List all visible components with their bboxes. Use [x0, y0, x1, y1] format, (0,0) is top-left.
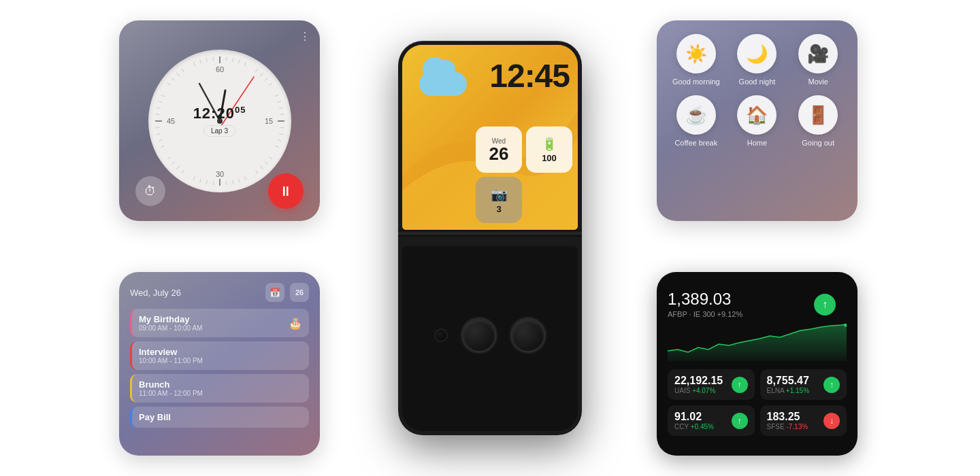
stocks-header: 1,389.03 ↑ AFBP · IE 300 +9.12% — [668, 283, 847, 318]
svg-line-16 — [280, 127, 284, 128]
phone-date-widget: Wed 26 — [476, 126, 522, 173]
event-paybill[interactable]: Pay Bill — [130, 407, 309, 428]
svg-line-43 — [161, 95, 164, 96]
svg-line-12 — [275, 95, 278, 96]
timer-button[interactable]: ⏱ — [135, 176, 165, 206]
stock-ticker-elna: ELNA +1.15% — [767, 387, 824, 394]
phone-camera-widget[interactable]: 📷 3 — [476, 177, 522, 223]
stopwatch-controls: ⏱ ⏸ — [119, 173, 320, 209]
svg-line-23 — [255, 170, 258, 173]
phone-bottom — [402, 246, 578, 431]
svg-line-21 — [265, 161, 267, 164]
event-time-birthday: 09:00 AM - 10:00 AM — [139, 324, 283, 332]
phone-date-num: 26 — [489, 145, 509, 163]
svg-line-48 — [193, 62, 195, 65]
going-out-label: Going out — [802, 139, 834, 147]
stock-arrow-up-elna: ↑ — [823, 377, 840, 393]
svg-line-14 — [279, 107, 283, 108]
home-label: Home — [747, 139, 767, 147]
phone-screen-top: 12:45 Wed 26 🔋 100 📷 3 — [402, 45, 578, 230]
svg-line-5 — [232, 58, 233, 62]
phone-body: 12:45 Wed 26 🔋 100 📷 3 — [398, 41, 582, 435]
good-morning-label: Good morning — [672, 78, 720, 86]
event-title-brunch: Brunch — [139, 379, 302, 390]
pause-button[interactable]: ⏸ — [268, 173, 304, 209]
svg-text:45: 45 — [166, 117, 174, 125]
svg-line-41 — [157, 107, 161, 108]
good-night-label: Good night — [739, 78, 776, 86]
svg-line-6 — [238, 59, 240, 63]
phone-widgets-grid: Wed 26 🔋 100 📷 3 — [476, 126, 572, 223]
quick-item-good-morning[interactable]: ☀️ Good morning — [670, 34, 722, 86]
svg-line-34 — [172, 161, 174, 164]
event-time-interview: 10:00 AM - 11:00 PM — [139, 357, 302, 364]
quick-item-coffee-break[interactable]: ☕ Coffee break — [670, 95, 722, 147]
calendar-widget: Wed, July 26 📅 26 My Birthday 09:00 AM -… — [119, 272, 320, 456]
event-birthday[interactable]: My Birthday 09:00 AM - 10:00 AM 🎂 — [130, 309, 309, 337]
svg-line-15 — [280, 114, 284, 115]
quick-item-good-night[interactable]: 🌙 Good night — [732, 34, 783, 86]
movie-icon: 🎥 — [798, 34, 838, 73]
more-options-icon[interactable]: ⋮ — [299, 30, 310, 43]
camera-icon: 📷 — [491, 186, 508, 203]
stopwatch-display: 12:2005 Lap 3 — [193, 105, 246, 137]
calendar-date-label: Wed, July 26 — [130, 288, 181, 298]
stopwatch-time: 12:2005 — [193, 105, 246, 122]
coffee-break-icon: ☕ — [676, 95, 716, 135]
svg-line-4 — [226, 56, 227, 61]
stock-arrow-up-uais: ↑ — [732, 377, 748, 393]
stopwatch-clock: 60 15 30 45 — [148, 50, 291, 192]
svg-line-19 — [275, 146, 278, 147]
phone-time-display: 12:45 — [489, 57, 570, 95]
good-morning-icon: ☀️ — [676, 34, 716, 73]
phone-battery-widget: 🔋 100 — [526, 126, 572, 173]
svg-line-47 — [182, 69, 184, 72]
svg-line-37 — [158, 139, 162, 141]
stock-value-sfse: 183.25 — [767, 411, 824, 423]
phone-container: 12:45 Wed 26 🔋 100 📷 3 — [398, 41, 582, 435]
coffee-break-label: Coffee break — [674, 139, 717, 147]
event-brunch[interactable]: Brunch 11:00 AM - 12:00 PM — [130, 374, 309, 403]
stocks-grid: 22,192.15 UAIS +4.07% ↑ 8,755.47 ELNA +1… — [668, 369, 847, 436]
svg-line-20 — [269, 156, 272, 159]
svg-line-17 — [279, 133, 283, 134]
stocks-chart — [668, 324, 847, 361]
svg-line-51 — [213, 56, 214, 61]
lap-badge: Lap 3 — [203, 125, 235, 137]
svg-line-36 — [161, 146, 164, 147]
event-interview[interactable]: Interview 10:00 AM - 11:00 PM — [130, 341, 309, 370]
phone-battery-pct: 100 — [542, 153, 557, 163]
stock-ticker-sfse: SFSE -7.13% — [767, 423, 824, 430]
scene: ⋮ — [0, 0, 980, 476]
stock-item-uais[interactable]: 22,192.15 UAIS +4.07% ↑ — [668, 369, 755, 400]
calendar-icon[interactable]: 📅 — [265, 283, 284, 302]
stocks-widget: 1,389.03 ↑ AFBP · IE 300 +9.12% 22,192.1… — [657, 272, 858, 456]
quick-item-going-out[interactable]: 🚪 Going out — [792, 95, 844, 147]
good-night-icon: 🌙 — [737, 34, 777, 73]
svg-line-38 — [157, 133, 161, 134]
stock-arrow-down-sfse: ↓ — [823, 413, 840, 429]
event-title-interview: Interview — [139, 347, 302, 357]
stock-item-elna[interactable]: 8,755.47 ELNA +1.15% ↑ — [760, 369, 847, 400]
calendar-icons: 📅 26 — [265, 283, 309, 302]
quick-item-movie[interactable]: 🎥 Movie — [792, 34, 844, 86]
phone-camera-num: 3 — [496, 204, 501, 214]
svg-line-11 — [269, 83, 272, 86]
calendar-date-icon[interactable]: 26 — [290, 283, 309, 302]
svg-text:15: 15 — [264, 117, 272, 125]
svg-line-9 — [260, 73, 263, 75]
stock-item-ccy[interactable]: 91.02 CCY +0.45% ↑ — [668, 405, 755, 436]
event-time-brunch: 11:00 AM - 12:00 PM — [139, 390, 302, 397]
calendar-events: My Birthday 09:00 AM - 10:00 AM 🎂 Interv… — [130, 309, 309, 428]
svg-line-7 — [244, 62, 246, 65]
svg-line-35 — [167, 156, 171, 159]
phone-main-lens-2 — [510, 318, 546, 353]
phone-cloud — [412, 58, 474, 96]
svg-line-40 — [155, 114, 159, 115]
movie-label: Movie — [808, 78, 828, 86]
stock-item-sfse[interactable]: 183.25 SFSE -7.13% ↓ — [760, 405, 847, 436]
quick-settings-widget: ☀️ Good morning 🌙 Good night 🎥 Movie ☕ C… — [657, 20, 858, 221]
svg-line-42 — [158, 101, 162, 102]
svg-line-22 — [260, 166, 263, 169]
quick-item-home[interactable]: 🏠 Home — [732, 95, 783, 147]
